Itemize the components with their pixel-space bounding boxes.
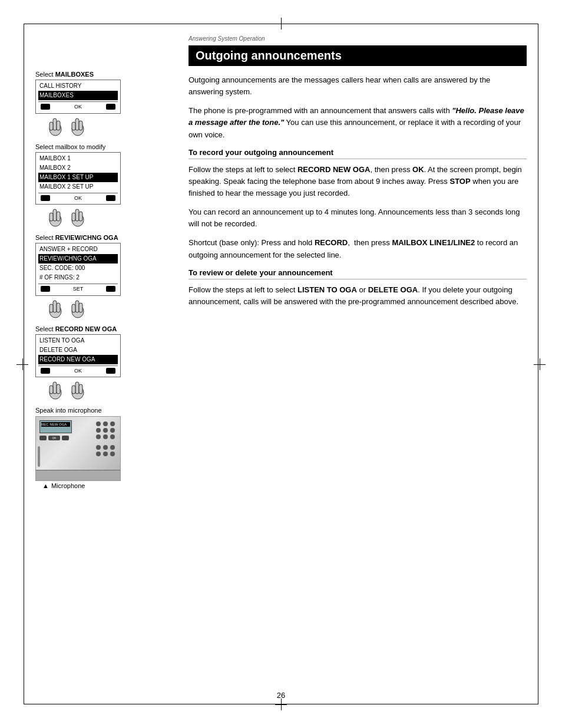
step2-row2: MAILBOX 2	[38, 163, 118, 173]
svg-rect-15	[79, 212, 82, 221]
step2-btn-right	[106, 195, 115, 201]
btn-dot-3	[110, 421, 115, 426]
step1-hand-right	[70, 116, 86, 136]
step2-row3: MAILBOX 1 SET UP	[38, 173, 118, 182]
step4-hands	[47, 380, 121, 400]
microphone-arrow-icon: ▲	[42, 482, 49, 489]
phone-btn-2	[62, 436, 69, 440]
reg-mark-left	[16, 358, 28, 370]
phone-volume-slider	[38, 446, 40, 467]
step4-row1: LISTEN TO OGA	[38, 336, 118, 345]
svg-rect-7	[79, 121, 82, 130]
step4-btn-right	[106, 368, 115, 374]
step3-screen: ANSWER + RECORD REVIEW/CHNG OGA SEC. COD…	[35, 243, 121, 296]
btn-dot-4	[96, 428, 101, 433]
svg-rect-14	[72, 213, 75, 221]
btn-dot-11	[103, 445, 108, 450]
review-heading: To review or delete your announcement	[189, 268, 527, 279]
svg-rect-10	[49, 213, 53, 221]
step4-footer: OK	[38, 365, 118, 376]
step4-row2: DELETE OGA	[38, 345, 118, 355]
step2-section: Select mailbox to modify MAILBOX 1 MAILB…	[35, 143, 121, 232]
phone-btn-1	[39, 436, 47, 440]
svg-rect-26	[49, 386, 53, 394]
svg-rect-19	[57, 303, 60, 312]
svg-rect-2	[49, 122, 53, 130]
intro-paragraph-2: The phone is pre-programmed with an anno…	[189, 105, 527, 140]
svg-rect-21	[75, 301, 79, 312]
step3-label: Select REVIEW/CHNG OGA	[35, 234, 121, 241]
step2-hand-left	[47, 207, 64, 227]
step1-row1: CALL HISTORY	[38, 81, 118, 91]
step3-row2: REVIEW/CHNG OGA	[38, 254, 118, 263]
step3-set-label: SET	[52, 285, 104, 293]
right-column: Answering System Operation Outgoing anno…	[171, 35, 527, 693]
speak-section: Speak into microphone REC NEW OGA OK	[35, 407, 121, 489]
btn-dot-7	[96, 434, 101, 439]
step3-row4: # OF RINGS: 2	[38, 273, 118, 282]
svg-rect-22	[72, 304, 75, 312]
btn-dot-13	[96, 452, 101, 456]
btn-dot-1	[96, 421, 101, 426]
record-paragraph-1: Follow the steps at left to select RECOR…	[189, 164, 527, 199]
step2-btn-left	[41, 195, 50, 201]
speak-label: Speak into microphone	[35, 407, 121, 414]
step1-btn-right	[106, 104, 115, 110]
step4-screen: LISTEN TO OGA DELETE OGA RECORD NEW OGA …	[35, 334, 121, 378]
step2-row1: MAILBOX 1	[38, 154, 118, 163]
record-paragraph-3: Shortcut (base only): Press and hold REC…	[189, 237, 527, 261]
svg-rect-5	[75, 118, 79, 130]
step1-ok-label: OK	[52, 103, 104, 111]
record-paragraph-2: You can record an announcement up to 4 m…	[189, 206, 527, 230]
step4-btn-left	[41, 368, 50, 374]
step3-hands	[47, 298, 121, 318]
svg-rect-1	[53, 118, 57, 130]
step1-screen: CALL HISTORY MAILBOXES OK	[35, 80, 121, 114]
microphone-label: Microphone	[51, 482, 85, 489]
step1-footer: OK	[38, 101, 118, 112]
svg-rect-17	[53, 301, 57, 312]
phone-button-grid-2	[96, 445, 115, 456]
phone-image: REC NEW OGA OK	[35, 416, 121, 481]
svg-rect-18	[49, 304, 53, 312]
step1-label: Select MAILBOXES	[35, 71, 121, 78]
svg-rect-13	[75, 209, 79, 221]
section-header: Answering System Operation	[189, 35, 527, 42]
svg-rect-11	[57, 212, 60, 221]
step3-section: Select REVIEW/CHNG OGA ANSWER + RECORD R…	[35, 234, 121, 323]
svg-rect-31	[79, 384, 82, 394]
step4-row3: RECORD NEW OGA	[38, 355, 118, 364]
reg-mark-top	[275, 18, 287, 29]
step2-hand-right	[70, 207, 86, 227]
phone-nav-area: OK	[39, 436, 69, 440]
svg-rect-6	[72, 122, 75, 130]
btn-dot-10	[96, 445, 101, 450]
btn-dot-9	[110, 434, 115, 439]
svg-rect-25	[53, 382, 57, 394]
step2-footer: OK	[38, 193, 118, 203]
left-column: Select MAILBOXES CALL HISTORY MAILBOXES …	[35, 35, 171, 693]
step2-screen: MAILBOX 1 MAILBOX 2 MAILBOX 1 SET UP MAI…	[35, 152, 121, 205]
btn-dot-8	[103, 434, 108, 439]
step4-hand-left	[47, 380, 64, 400]
step4-section: Select RECORD NEW OGA LISTEN TO OGA DELE…	[35, 325, 121, 405]
btn-dot-12	[110, 445, 115, 450]
step4-ok-label: OK	[52, 367, 104, 375]
reg-mark-right	[534, 358, 546, 370]
step4-label: Select RECORD NEW OGA	[35, 325, 121, 332]
btn-dot-5	[103, 428, 108, 433]
step1-row2: MAILBOXES	[38, 91, 118, 100]
step3-footer: SET	[38, 284, 118, 294]
step4-hand-right	[70, 380, 86, 400]
step2-row4: MAILBOX 2 SET UP	[38, 182, 118, 192]
btn-dot-15	[110, 452, 115, 456]
step3-row1: ANSWER + RECORD	[38, 245, 118, 254]
record-heading: To record your outgoing announcement	[189, 148, 527, 159]
step1-btn-left	[41, 104, 50, 110]
svg-rect-23	[79, 303, 82, 312]
phone-image-inner: REC NEW OGA OK	[36, 417, 120, 480]
review-paragraph-1: Follow the steps at left to select LISTE…	[189, 284, 527, 308]
svg-rect-29	[75, 382, 79, 394]
svg-rect-9	[53, 209, 57, 221]
reg-mark-bottom	[275, 699, 287, 710]
